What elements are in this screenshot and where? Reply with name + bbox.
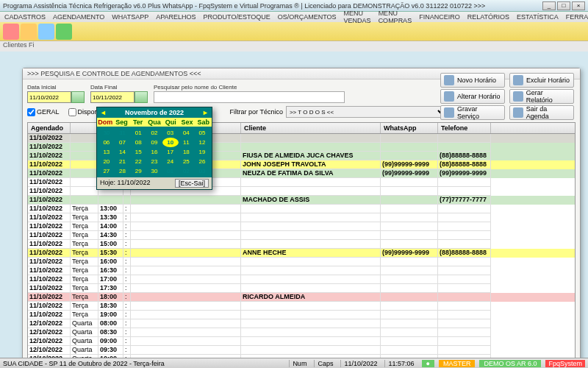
cal-day[interactable]: 27: [98, 166, 115, 176]
cal-day[interactable]: 24: [162, 157, 179, 166]
menu-produto[interactable]: PRODUTO/ESTOQUE: [204, 13, 270, 21]
col-agendado[interactable]: Agendado: [28, 123, 71, 133]
cal-day[interactable]: 22: [130, 157, 146, 166]
cal-day[interactable]: 26: [194, 157, 210, 166]
cal-day[interactable]: 29: [130, 166, 146, 176]
table-row[interactable]: 11/10/2022Terça13:30:: [28, 213, 575, 222]
cal-day[interactable]: 16: [146, 147, 162, 157]
table-row[interactable]: 11/10/2022Terça14:00:: [28, 222, 575, 231]
cal-day[interactable]: 08: [130, 138, 146, 147]
chk-dispor[interactable]: Dispor: [68, 108, 97, 116]
cal-day[interactable]: 15: [130, 147, 146, 157]
toolbar-icon[interactable]: [3, 24, 19, 40]
cal-esc-button[interactable]: [Esc-Sai]: [175, 179, 209, 188]
novo-horario-button[interactable]: Novo Horário: [440, 73, 505, 88]
menu-ferramentas[interactable]: FERRAMENTAS: [566, 13, 588, 21]
chk-geral[interactable]: GERAL: [27, 108, 60, 116]
cal-day[interactable]: 25: [179, 157, 195, 166]
menu-whatsapp[interactable]: WHATSAPP: [112, 13, 148, 21]
toolbar-icon[interactable]: [38, 24, 54, 40]
toolbar-icon[interactable]: [21, 24, 37, 40]
cal-today-label[interactable]: Hoje: 11/10/2022: [100, 179, 151, 188]
cal-prev-icon[interactable]: ◄: [100, 109, 107, 116]
table-row[interactable]: 11/10/2022Terça17:00:: [28, 275, 575, 284]
cal-day[interactable]: 09: [146, 138, 162, 147]
gerar-relatorio-button[interactable]: Gerar Relatório: [509, 89, 574, 104]
cal-day[interactable]: 28: [115, 166, 131, 176]
cal-day[interactable]: 21: [115, 157, 131, 166]
gravar-servico-button[interactable]: Gravar Serviço: [440, 105, 505, 120]
data-final-input[interactable]: [90, 91, 135, 103]
menu-compras[interactable]: MENU COMPRAS: [379, 10, 412, 24]
cal-day[interactable]: 14: [115, 147, 131, 157]
menu-estatistica[interactable]: ESTATÍSTICA: [517, 13, 559, 21]
excluir-horario-button[interactable]: Excluir Horário: [509, 73, 574, 88]
cal-day[interactable]: 31: [115, 128, 131, 138]
tab-clientes[interactable]: Clientes Fi: [3, 41, 35, 49]
toolbar-icon[interactable]: [56, 24, 72, 40]
cal-day[interactable]: 10: [162, 138, 179, 147]
maximize-button[interactable]: □: [557, 1, 570, 10]
table-row[interactable]: 11/10/2022Terça18:30:: [28, 302, 575, 311]
table-row[interactable]: 12/10/2022Quarta08:00:: [28, 319, 575, 328]
cal-next-icon[interactable]: ►: [202, 109, 209, 116]
cal-day[interactable]: 07: [115, 138, 131, 147]
calendar-icon[interactable]: [135, 91, 148, 103]
status-caps: Caps: [314, 360, 336, 367]
table-row[interactable]: 11/10/2022Terça19:00:: [28, 311, 575, 319]
cal-day[interactable]: 12: [194, 138, 210, 147]
cal-day[interactable]: 18: [179, 147, 195, 157]
col-cliente[interactable]: Cliente: [241, 123, 381, 133]
data-inicial-input[interactable]: [27, 91, 71, 103]
tecnico-select[interactable]: >> T O D O S <<: [286, 106, 448, 118]
sair-agenda-button[interactable]: Sair da Agenda: [509, 105, 574, 120]
cal-day[interactable]: 30: [146, 166, 162, 176]
calendar-icon[interactable]: [71, 91, 85, 103]
table-row[interactable]: 12/10/2022Quarta09:00:: [28, 337, 575, 346]
table-row[interactable]: 11/10/2022MACHADO DE ASSIS(77)77777-7777: [28, 196, 575, 205]
cal-day[interactable]: 13: [98, 147, 115, 157]
cal-day[interactable]: 01: [162, 166, 179, 176]
cal-day[interactable]: 30: [98, 128, 115, 138]
label-search: Pesquisar pelo nome do Cliente: [154, 84, 345, 91]
table-row[interactable]: 12/10/2022Quarta08:30:: [28, 328, 575, 337]
table-row[interactable]: 11/10/2022Terça14:30:: [28, 231, 575, 240]
col-whatsapp[interactable]: WhatsApp: [381, 123, 438, 133]
menu-aparelhos[interactable]: APARELHOS: [156, 13, 196, 21]
menu-relatorios[interactable]: RELATÓRIOS: [467, 13, 509, 21]
alterar-horario-button[interactable]: Alterar Horário: [440, 89, 505, 104]
cal-day[interactable]: 11: [179, 138, 195, 147]
cal-day[interactable]: 20: [98, 157, 115, 166]
cal-day[interactable]: 03: [194, 166, 210, 176]
cal-day[interactable]: 02: [179, 166, 195, 176]
table-row[interactable]: 11/10/2022Terça15:30:ANNE HECHE(99)99999…: [28, 249, 575, 258]
cal-day[interactable]: 01: [130, 128, 146, 138]
cal-day[interactable]: 23: [146, 157, 162, 166]
table-row[interactable]: 11/10/2022Terça16:30:: [28, 266, 575, 275]
table-row[interactable]: 11/10/2022Terça13:00:: [28, 205, 575, 213]
table-row[interactable]: 11/10/2022Terça15:00:: [28, 240, 575, 249]
cal-day[interactable]: 05: [194, 128, 210, 138]
table-row[interactable]: 11/10/2022Terça17:30:: [28, 284, 575, 293]
menu-cadastros[interactable]: CADASTROS: [4, 13, 46, 21]
col-dia[interactable]: [71, 123, 98, 133]
menu-agendamento[interactable]: AGENDAMENTO: [53, 13, 104, 21]
table-row[interactable]: 11/10/2022Terça16:00:: [28, 258, 575, 266]
cal-day[interactable]: 17: [162, 147, 179, 157]
status-demo: DEMO OS AR 6.0: [479, 360, 541, 367]
close-button[interactable]: ×: [572, 1, 585, 10]
cal-day[interactable]: 19: [194, 147, 210, 157]
cal-day[interactable]: 02: [146, 128, 162, 138]
table-row[interactable]: 12/10/2022Quarta09:30:: [28, 346, 575, 355]
table-row[interactable]: 11/10/2022Terça18:00:RICARDO ALMEIDA: [28, 293, 575, 302]
col-telefone[interactable]: Telefone: [438, 123, 491, 133]
menu-vendas[interactable]: MENU VENDAS: [344, 10, 371, 24]
menu-financeiro[interactable]: FINANCEIRO: [419, 13, 460, 21]
menu-os[interactable]: OS/ORÇAMENTOS: [278, 13, 337, 21]
cal-day[interactable]: 06: [98, 138, 115, 147]
cal-day[interactable]: 04: [179, 128, 195, 138]
search-cliente-input[interactable]: [154, 91, 345, 103]
minimize-button[interactable]: _: [542, 1, 556, 10]
cal-day[interactable]: 03: [162, 128, 179, 138]
status-fpq: FpqSystem: [545, 360, 585, 367]
